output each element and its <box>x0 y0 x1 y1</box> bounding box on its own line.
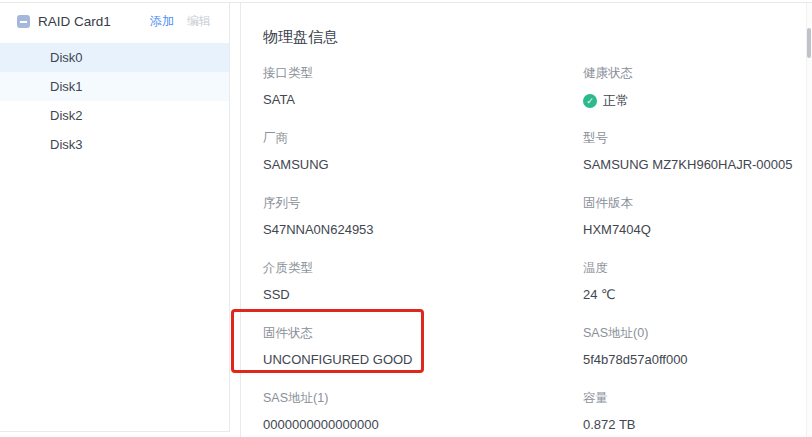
edit-link[interactable]: 编辑 <box>187 13 211 30</box>
disk-info-fields: 接口类型 SATA 健康状态 正常 厂商 SAMSUNG 型号 SAMSUNG … <box>263 62 812 437</box>
field-capacity: 容量 0.872 TB <box>583 387 812 437</box>
field-firmware-version: 固件版本 HXM7404Q <box>583 192 812 257</box>
sidebar-item-disk2[interactable]: Disk2 <box>0 101 229 130</box>
sidebar-item-disk1[interactable]: Disk1 <box>0 72 229 101</box>
page-title: 物理盘信息 <box>263 28 812 47</box>
field-media-type: 介质类型 SSD <box>263 257 583 322</box>
field-health-status: 健康状态 正常 <box>583 62 812 127</box>
health-status-text: 正常 <box>603 92 629 110</box>
field-model: 型号 SAMSUNG MZ7KH960HAJR-00005 <box>583 127 812 192</box>
sidebar-item-disk3[interactable]: Disk3 <box>0 130 229 159</box>
sidebar-item-disk0[interactable]: Disk0 <box>0 43 229 72</box>
field-serial-number: 序列号 S47NNA0N624953 <box>263 192 583 257</box>
add-link[interactable]: 添加 <box>150 13 174 30</box>
field-firmware-state: 固件状态 UNCONFIGURED GOOD <box>263 322 583 387</box>
field-sas-address-0: SAS地址(0) 5f4b78d57a0ff000 <box>583 322 812 387</box>
collapse-minus-icon[interactable] <box>17 15 30 28</box>
field-sas-address-1: SAS地址(1) 0000000000000000 <box>263 387 583 437</box>
tree-node-label: RAID Card1 <box>38 14 150 29</box>
field-interface-type: 接口类型 SATA <box>263 62 583 127</box>
device-tree-sidebar: RAID Card1 添加 编辑 Disk0 Disk1 Disk2 Disk3 <box>0 3 230 432</box>
field-vendor: 厂商 SAMSUNG <box>263 127 583 192</box>
scrollbar-thumb[interactable] <box>807 28 811 58</box>
check-circle-icon <box>583 94 597 108</box>
tree-node-raid-card[interactable]: RAID Card1 添加 编辑 <box>0 3 229 40</box>
disk-list: Disk0 Disk1 Disk2 Disk3 <box>0 43 229 159</box>
physical-disk-info-panel: 物理盘信息 接口类型 SATA 健康状态 正常 厂商 SAMSUNG 型号 SA… <box>240 3 812 437</box>
scrollbar-track <box>806 3 812 437</box>
field-temperature: 温度 24 ℃ <box>583 257 812 322</box>
